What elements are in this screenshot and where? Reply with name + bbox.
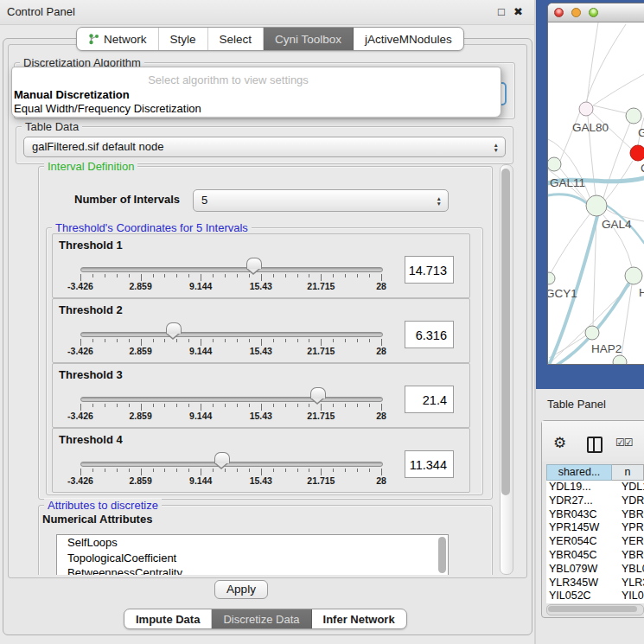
number-of-intervals-combobox[interactable]: 5 ▲▼ (193, 189, 449, 212)
slider-tick (285, 339, 286, 342)
slider-tick (105, 274, 105, 277)
table-row[interactable]: YBR045CYBR0 (546, 549, 644, 563)
slider-thumb[interactable] (246, 258, 262, 269)
tab-impute-data[interactable]: Impute Data (124, 609, 212, 628)
slider-tick-label: 9.144 (189, 281, 212, 291)
network-node-label: GAL4 (602, 218, 632, 231)
table-data-combobox[interactable]: galFiltered.sif default node ▲▼ (23, 137, 506, 157)
table-row[interactable]: YLR345WYLR3 (546, 577, 644, 590)
slider-tick (141, 339, 142, 346)
scrollbar-thumb[interactable] (548, 606, 637, 612)
slider-tick (129, 339, 130, 342)
table-row[interactable]: YDR27...YDR2 (546, 494, 644, 508)
slider-tick (345, 274, 346, 277)
network-graph[interactable]: GAL80GCGAL11GAL4GCY1HHAP2 (548, 22, 644, 364)
tab-discretize-data[interactable]: Discretize Data (212, 609, 311, 628)
table-row[interactable]: YER054CYER0 (546, 535, 644, 549)
close-window-icon[interactable]: ✖ (513, 5, 523, 18)
slider-thumb[interactable] (166, 322, 182, 334)
threshold-value-field[interactable]: 11.344 (405, 450, 454, 478)
slider-tick (213, 274, 214, 277)
float-window-icon[interactable]: □ (498, 5, 505, 18)
checkbox-icons[interactable]: ☑☑ (615, 437, 633, 449)
network-node-gal11[interactable] (548, 157, 561, 171)
gear-icon[interactable]: ⚙ (553, 434, 566, 452)
zoom-traffic-light[interactable] (589, 8, 598, 17)
table-rows: YDL19...YDL1YDR27...YDR2YBR043CYBR0YPR14… (546, 481, 644, 603)
network-edge (593, 74, 644, 105)
attribute-list-item[interactable]: SelfLoops (57, 535, 448, 551)
tab-style[interactable]: Style (159, 28, 208, 50)
table-row[interactable]: YIL052CYIL0 (546, 590, 644, 603)
algorithm-hint-text: Select algorithm to view settings (12, 73, 444, 86)
network-node-h[interactable] (625, 267, 642, 284)
slider-tick-label: 21.715 (307, 281, 335, 291)
slider-thumb[interactable] (310, 387, 326, 399)
table-row[interactable]: YBR043CYBR0 (546, 508, 644, 522)
network-edge (587, 22, 598, 102)
table-row[interactable]: YPR145WYPR1 (546, 521, 644, 535)
slider-track[interactable] (80, 332, 383, 337)
threshold-value-field[interactable]: 21.4 (405, 386, 454, 413)
algorithm-option-manual[interactable]: Manual Discretization (14, 88, 130, 101)
tab-network[interactable]: Network (77, 28, 159, 50)
threshold-value-field[interactable]: 6.316 (405, 321, 454, 348)
slider-track[interactable] (80, 397, 383, 402)
network-edge (560, 112, 580, 161)
slider-tick (176, 274, 177, 277)
cell-shared-name: YBL079W (546, 563, 622, 577)
slider-tick (92, 339, 93, 342)
scrollbar-thumb[interactable] (501, 169, 510, 495)
attributes-list-scrollbar[interactable] (438, 537, 446, 573)
slider-tick (201, 274, 201, 281)
combo-spinner-icon[interactable]: ▲▼ (494, 143, 499, 152)
slider-tick (357, 469, 358, 472)
close-traffic-light[interactable] (554, 8, 564, 17)
slider-track[interactable] (80, 267, 383, 272)
slider-track[interactable] (80, 462, 383, 467)
network-node-hap2[interactable] (585, 326, 599, 340)
threshold-value-field[interactable]: 14.713 (405, 256, 454, 284)
slider-tick (117, 339, 118, 342)
tab-cyni-toolbox[interactable]: Cyni Toolbox (264, 28, 354, 50)
settings-vertical-scrollbar[interactable] (500, 164, 513, 575)
table-horizontal-scrollbar[interactable] (546, 604, 644, 615)
network-window-titlebar[interactable] (548, 3, 644, 22)
column-header-name[interactable]: n (612, 464, 644, 481)
minimize-traffic-light[interactable] (571, 8, 581, 17)
network-view-window[interactable]: GAL80GCGAL11GAL4GCY1HHAP2 (547, 3, 644, 365)
attribute-list-item[interactable]: BetweennessCentrality (57, 565, 448, 575)
threshold-label: Threshold 3 (59, 368, 123, 381)
combo-spinner-icon[interactable]: ▲▼ (437, 196, 442, 206)
slider-tick (285, 404, 286, 407)
tab-jactivemnodules[interactable]: jActiveMNodules (354, 28, 463, 50)
network-canvas[interactable]: GAL80GCGAL11GAL4GCY1HHAP2 (548, 22, 644, 364)
slider-tick-label: 15.43 (250, 475, 272, 486)
slider-thumb[interactable] (214, 452, 230, 463)
control-panel-titlebar: Control Panel □ ✖ (0, 0, 534, 25)
table-header-row: shared... n (546, 464, 644, 481)
network-node-g[interactable] (626, 108, 641, 124)
network-node-c[interactable] (630, 145, 644, 161)
apply-button[interactable]: Apply (214, 580, 268, 599)
slider-tick-label: 28 (376, 475, 386, 486)
table-row[interactable]: YBL079WYBL0 (546, 563, 644, 577)
cell-name: YDL1 (622, 481, 644, 494)
attribute-list-item[interactable]: TopologicalCoefficient (57, 551, 448, 566)
network-node-gcy1[interactable] (548, 272, 555, 284)
slider-tick (141, 404, 142, 411)
cell-name: YER0 (622, 535, 644, 549)
network-node-gal80[interactable] (579, 102, 593, 116)
tab-select[interactable]: Select (208, 28, 265, 50)
network-node[interactable] (613, 355, 627, 364)
column-layout-icon[interactable] (587, 437, 603, 453)
column-header-shared-name[interactable]: shared... (546, 464, 612, 481)
network-node-gal4[interactable] (586, 195, 607, 216)
numerical-attributes-list[interactable]: SelfLoopsTopologicalCoefficientBetweenne… (56, 534, 449, 575)
slider-tick-label: 21.715 (307, 346, 335, 356)
cell-shared-name: YPR145W (546, 521, 622, 535)
table-row[interactable]: YDL19...YDL1 (546, 481, 644, 494)
slider-tick-label: 28 (376, 346, 386, 356)
algorithm-option-equal-width[interactable]: Equal Width/Frequency Discretization (14, 102, 201, 115)
tab-infer-network[interactable]: Infer Network (312, 609, 406, 628)
